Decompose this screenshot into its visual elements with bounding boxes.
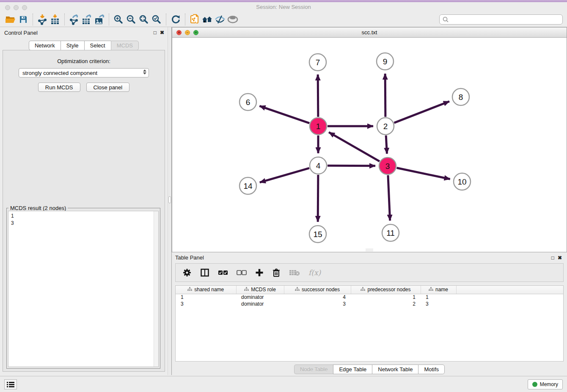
export-image-icon[interactable] bbox=[93, 14, 106, 25]
column-edit-icon[interactable] bbox=[295, 287, 300, 293]
column-edit-icon[interactable] bbox=[244, 287, 249, 293]
node-11[interactable]: 11 bbox=[382, 224, 399, 241]
select-all-icon[interactable] bbox=[218, 270, 228, 275]
edge-4-14[interactable] bbox=[260, 168, 309, 182]
column-header-name[interactable]: name bbox=[421, 286, 456, 294]
clone-network-icon[interactable] bbox=[188, 14, 201, 25]
tab-style[interactable]: Style bbox=[61, 41, 84, 50]
close-panel-icon[interactable]: ✖ bbox=[160, 30, 164, 36]
node-1[interactable]: 1 bbox=[310, 118, 327, 135]
column-header-shared-name[interactable]: shared name bbox=[176, 286, 236, 294]
canvas-grip-handle[interactable] bbox=[366, 249, 373, 251]
close-panel-button[interactable]: Close panel bbox=[86, 83, 130, 92]
table-cell[interactable]: 3 bbox=[421, 301, 456, 307]
delete-table-icon[interactable] bbox=[289, 269, 300, 276]
node-10[interactable]: 10 bbox=[454, 173, 471, 190]
column-label: MCDS role bbox=[251, 287, 276, 293]
network-window-titlebar[interactable]: ✕ − + scc.txt bbox=[172, 28, 567, 38]
task-history-button[interactable] bbox=[4, 379, 17, 389]
node-8[interactable]: 8 bbox=[452, 88, 469, 105]
zoom-in-icon[interactable] bbox=[112, 14, 125, 25]
apply-layout-icon[interactable] bbox=[201, 14, 214, 25]
export-network-icon[interactable] bbox=[68, 14, 80, 25]
show-hide-icon[interactable] bbox=[226, 14, 239, 25]
node-label: 2 bbox=[383, 122, 388, 131]
search-input[interactable] bbox=[449, 16, 562, 23]
column-header-MCDS-role[interactable]: MCDS role bbox=[236, 286, 284, 294]
node-3[interactable]: 3 bbox=[379, 157, 396, 174]
tab-select[interactable]: Select bbox=[84, 41, 111, 50]
edge-4-15[interactable] bbox=[318, 175, 318, 222]
edge-1-6[interactable] bbox=[259, 106, 309, 123]
edge-4-3[interactable] bbox=[328, 166, 375, 166]
table-cell[interactable]: 1 bbox=[176, 294, 236, 301]
run-mcds-button[interactable]: Run MCDS bbox=[38, 83, 80, 92]
table-cell[interactable]: dominator bbox=[236, 294, 284, 301]
tab-motifs[interactable]: Motifs bbox=[418, 364, 445, 374]
node-label: 1 bbox=[316, 122, 321, 131]
node-6[interactable]: 6 bbox=[239, 94, 256, 110]
table-row[interactable]: 3dominator323 bbox=[176, 301, 563, 307]
float-table-panel-icon[interactable]: □ bbox=[551, 255, 554, 261]
edge-2-8[interactable] bbox=[394, 101, 449, 123]
export-table-icon[interactable] bbox=[80, 14, 93, 25]
edge-2-9[interactable] bbox=[385, 74, 385, 117]
import-table-icon[interactable] bbox=[49, 14, 61, 25]
column-edit-icon[interactable] bbox=[429, 287, 433, 293]
edge-3-10[interactable] bbox=[397, 168, 450, 179]
open-session-icon[interactable] bbox=[4, 14, 17, 25]
tab-network-table[interactable]: Network Table bbox=[372, 364, 418, 374]
node-14[interactable]: 14 bbox=[239, 177, 256, 194]
mcds-result-textarea[interactable]: 13 bbox=[8, 211, 159, 367]
edge-3-1[interactable] bbox=[329, 132, 380, 161]
table-cell[interactable]: 3 bbox=[176, 301, 236, 307]
show-columns-icon[interactable] bbox=[200, 268, 209, 277]
table-cell[interactable]: 2 bbox=[351, 301, 421, 307]
toggle-style-icon[interactable] bbox=[214, 14, 226, 25]
search-box bbox=[439, 14, 563, 25]
zoom-selected-icon[interactable] bbox=[150, 14, 163, 25]
add-row-icon[interactable] bbox=[255, 268, 264, 277]
float-panel-icon[interactable]: □ bbox=[154, 30, 157, 36]
tab-node-table[interactable]: Node Table bbox=[294, 364, 333, 374]
column-edit-icon[interactable] bbox=[187, 287, 192, 293]
delete-row-icon[interactable] bbox=[272, 268, 281, 277]
node-15[interactable]: 15 bbox=[309, 226, 326, 243]
network-canvas[interactable]: 7968124314101511 bbox=[172, 38, 567, 252]
refresh-layout-icon[interactable] bbox=[169, 14, 182, 25]
tab-network[interactable]: Network bbox=[29, 41, 61, 50]
function-builder-icon[interactable]: f(x) bbox=[308, 268, 321, 277]
close-table-panel-icon[interactable]: ✖ bbox=[558, 255, 562, 261]
column-header-predecessor-nodes[interactable]: predecessor nodes bbox=[351, 286, 421, 294]
memory-button[interactable]: Memory bbox=[528, 379, 563, 389]
table-cell[interactable]: 1 bbox=[421, 294, 456, 301]
table-settings-icon[interactable] bbox=[182, 268, 192, 277]
deselect-all-icon[interactable] bbox=[237, 270, 247, 275]
save-session-icon[interactable] bbox=[17, 14, 30, 25]
splitter-handle[interactable] bbox=[168, 196, 171, 203]
node-4[interactable]: 4 bbox=[310, 157, 327, 174]
table-cell[interactable]: 3 bbox=[284, 301, 351, 307]
edge-1-7[interactable] bbox=[318, 75, 318, 117]
edge-3-11[interactable] bbox=[388, 175, 390, 221]
node-7[interactable]: 7 bbox=[309, 54, 326, 71]
vertical-splitter[interactable] bbox=[168, 27, 172, 375]
column-header-successor-nodes[interactable]: successor nodes bbox=[284, 286, 351, 294]
node-table-container: shared nameMCDS rolesuccessor nodesprede… bbox=[175, 285, 564, 362]
zoom-out-icon[interactable] bbox=[125, 14, 138, 25]
node-9[interactable]: 9 bbox=[377, 53, 394, 70]
table-cell[interactable]: 1 bbox=[351, 294, 421, 301]
column-edit-icon[interactable] bbox=[361, 287, 365, 293]
column-header-filler bbox=[456, 286, 563, 294]
table-cell[interactable]: dominator bbox=[236, 301, 284, 307]
tab-mcds[interactable]: MCDS bbox=[111, 41, 139, 50]
result-scrollbar[interactable] bbox=[154, 211, 158, 367]
edge-2-3[interactable] bbox=[386, 135, 387, 154]
table-row[interactable]: 1dominator411 bbox=[176, 294, 563, 301]
optimization-criterion-select[interactable]: strongly connected component bbox=[19, 68, 149, 77]
node-2[interactable]: 2 bbox=[377, 118, 394, 135]
zoom-fit-icon[interactable] bbox=[138, 14, 150, 25]
import-network-icon[interactable] bbox=[36, 14, 49, 25]
table-cell[interactable]: 4 bbox=[284, 294, 351, 301]
tab-edge-table[interactable]: Edge Table bbox=[333, 364, 372, 374]
